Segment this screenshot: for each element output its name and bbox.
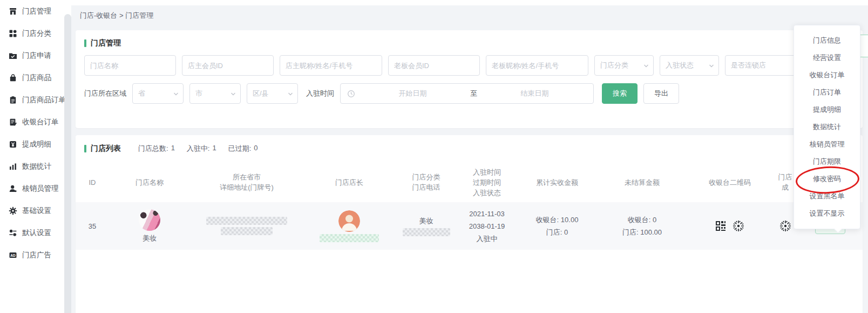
district-placeholder: 区/县	[253, 89, 269, 98]
sidebar-item-commission-details[interactable]: 提成明细	[0, 133, 64, 155]
bar-chart-icon	[9, 162, 17, 171]
export-button[interactable]: 导出	[643, 83, 679, 104]
stat-value: 0	[254, 144, 257, 154]
grid-icon	[9, 29, 17, 38]
sidebar-item-label: 提成明细	[22, 139, 51, 149]
owner-nickname-input[interactable]	[280, 55, 382, 76]
stat-label: 已过期:	[228, 144, 252, 154]
region-label: 门店所在区域	[84, 89, 126, 98]
sidebar-item-verifier-management[interactable]: 核销员管理	[0, 177, 64, 199]
yen-badge-icon	[9, 140, 17, 149]
col-unsettled-amount: 未结算金额	[598, 167, 687, 198]
store-category-select[interactable]: 门店分类	[594, 55, 654, 76]
folder-check-icon	[9, 51, 17, 60]
redacted-phone	[403, 228, 450, 236]
chevron-down-icon	[643, 63, 649, 69]
menu-item-verifier-management[interactable]: 核销员管理	[794, 136, 860, 153]
city-select[interactable]: 市	[189, 83, 241, 104]
entry-time-label: 入驻时间	[306, 89, 334, 98]
menu-item-store-info[interactable]: 门店信息	[794, 32, 860, 49]
category-label: 美妆	[419, 216, 433, 226]
filter-card-title: 门店管理	[91, 38, 121, 48]
sidebar-scrollbar[interactable]	[64, 14, 71, 313]
sidebar: 门店管理 门店分类 门店申请 门店商品 门店商品订单	[0, 0, 64, 313]
filter-row-1: 门店分类 入驻状态 是否连锁店	[76, 55, 863, 76]
chain-store-placeholder: 是否连锁店	[731, 61, 766, 70]
menu-item-set-blacklist[interactable]: 设置黑名单	[794, 188, 860, 205]
cell-category-phone: 美妆	[395, 216, 457, 236]
boss-member-id-input[interactable]	[388, 55, 480, 76]
miniprogram-code-icon[interactable]	[779, 219, 792, 232]
store-name-input[interactable]	[84, 55, 176, 76]
chevron-down-icon	[287, 91, 294, 97]
row-action-popup-menu: 门店信息 经营设置 收银台订单 门店订单 提成明细 数据统计 核销员管理 门店期…	[794, 25, 860, 229]
received-cashier: 收银台: 10.00	[536, 215, 579, 225]
manager-avatar	[338, 210, 360, 232]
entry-status-select[interactable]: 入驻状态	[660, 55, 719, 76]
cell-cashier-qrcode	[687, 219, 773, 232]
menu-item-store-orders[interactable]: 门店订单	[794, 84, 860, 101]
sidebar-item-label: 门店广告	[22, 250, 51, 260]
menu-item-cashier-orders[interactable]: 收银台订单	[794, 66, 860, 84]
green-title-bar	[84, 145, 86, 152]
table-header: ID 门店名称 所在省市详细地址(门牌号) 门店店长 门店分类门店电话 入驻时间…	[76, 167, 863, 198]
clipboard-icon	[9, 96, 17, 104]
receipt-icon	[9, 118, 17, 126]
redacted-address-line2	[221, 227, 273, 235]
store-list-card: 门店列表 门店总数: 1 入驻中: 1 已过期: 0 ID 门店名称 所在省市详…	[76, 135, 863, 313]
sidebar-item-store-application[interactable]: 门店申请	[0, 44, 64, 66]
boss-nickname-input[interactable]	[486, 55, 588, 76]
sidebar-item-store-goods[interactable]: 门店商品	[0, 66, 64, 89]
unsettled-cashier: 收银台: 0	[628, 215, 656, 225]
end-date-placeholder[interactable]: 结束日期	[483, 89, 587, 98]
sidebar-item-store-management[interactable]: 门店管理	[0, 0, 64, 22]
storefront-icon	[9, 7, 17, 16]
sidebar-item-basic-settings[interactable]: 基础设置	[0, 199, 64, 222]
filter-row-2: 门店所在区域 省 市 区/县 入驻时间 开始日期 至 结束日期 搜索 导出	[76, 83, 863, 104]
list-stats: 门店总数: 1 入驻中: 1 已过期: 0	[138, 143, 258, 154]
province-select[interactable]: 省	[132, 83, 184, 104]
chevron-down-icon	[708, 63, 715, 69]
received-store: 门店: 0	[546, 227, 568, 237]
redacted-address-line1	[206, 217, 287, 225]
sidebar-item-store-goods-orders[interactable]: 门店商品订单	[0, 89, 64, 111]
sidebar-item-store-category[interactable]: 门店分类	[0, 22, 64, 44]
start-date-placeholder[interactable]: 开始日期	[361, 89, 465, 98]
svg-text:AD: AD	[10, 253, 16, 257]
chevron-down-icon	[173, 91, 179, 97]
sidebar-item-store-ads[interactable]: AD 门店广告	[0, 244, 64, 266]
miniprogram-code-icon[interactable]	[732, 219, 745, 232]
col-category-phone: 门店分类门店电话	[395, 167, 457, 198]
person-icon	[9, 184, 17, 193]
stat-total-stores: 门店总数: 1	[138, 144, 175, 154]
menu-item-set-hidden[interactable]: 设置不显示	[794, 205, 860, 222]
sidebar-item-cashier-orders[interactable]: 收银台订单	[0, 111, 64, 133]
list-card-title-row: 门店列表 门店总数: 1 入驻中: 1 已过期: 0	[76, 135, 863, 154]
district-select[interactable]: 区/县	[247, 83, 298, 104]
qr-code-icon[interactable]	[715, 220, 727, 232]
gear-icon	[9, 207, 17, 215]
redacted-manager-name	[320, 234, 379, 242]
province-placeholder: 省	[138, 89, 145, 98]
menu-item-store-term[interactable]: 门店期限	[794, 153, 860, 170]
cell-unsettled-amount: 收银台: 0 门店: 100.00	[598, 215, 687, 237]
menu-item-commission-details[interactable]: 提成明细	[794, 101, 860, 118]
menu-item-business-settings[interactable]: 经营设置	[794, 49, 860, 66]
date-range-picker[interactable]: 开始日期 至 结束日期	[340, 83, 594, 104]
sidebar-item-default-settings[interactable]: 默认设置	[0, 222, 64, 244]
search-button[interactable]: 搜索	[602, 83, 638, 104]
menu-item-data-statistics[interactable]: 数据统计	[794, 118, 860, 136]
filter-card-title-row: 门店管理	[76, 30, 863, 48]
clock-icon	[347, 90, 355, 98]
owner-member-id-input[interactable]	[182, 55, 274, 76]
sidebar-item-label: 基础设置	[22, 206, 51, 216]
expire-time: 2038-01-19	[469, 221, 505, 231]
shopping-bag-icon	[9, 74, 17, 82]
col-cashier-qrcode: 收银台二维码	[687, 167, 773, 198]
store-name-label: 美妆	[143, 233, 157, 243]
sidebar-item-label: 数据统计	[22, 162, 51, 171]
menu-item-change-password[interactable]: 修改密码	[794, 170, 860, 188]
store-category-placeholder: 门店分类	[600, 61, 628, 70]
col-manager: 门店店长	[303, 167, 395, 198]
sidebar-item-data-statistics[interactable]: 数据统计	[0, 155, 64, 177]
